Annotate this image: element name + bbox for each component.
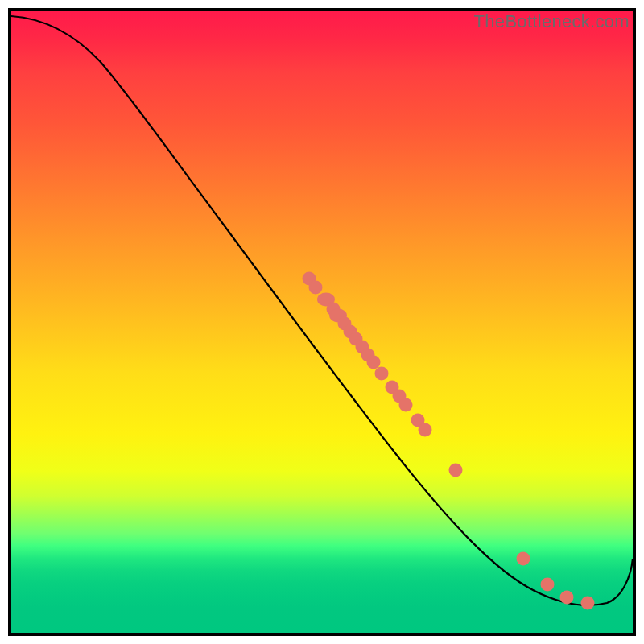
plot-area bbox=[8, 8, 636, 636]
data-point bbox=[419, 423, 432, 437]
data-point bbox=[517, 552, 530, 566]
chart-container: TheBottleneck.com bbox=[0, 0, 644, 644]
data-point bbox=[375, 367, 389, 381]
data-point bbox=[449, 464, 463, 477]
data-point bbox=[560, 591, 574, 605]
curve-svg bbox=[11, 11, 633, 633]
watermark-text: TheBottleneck.com bbox=[474, 11, 630, 32]
data-point bbox=[541, 578, 555, 592]
curve-path bbox=[11, 16, 633, 605]
data-point bbox=[581, 597, 595, 610]
data-point bbox=[309, 281, 323, 295]
data-point bbox=[399, 398, 413, 412]
